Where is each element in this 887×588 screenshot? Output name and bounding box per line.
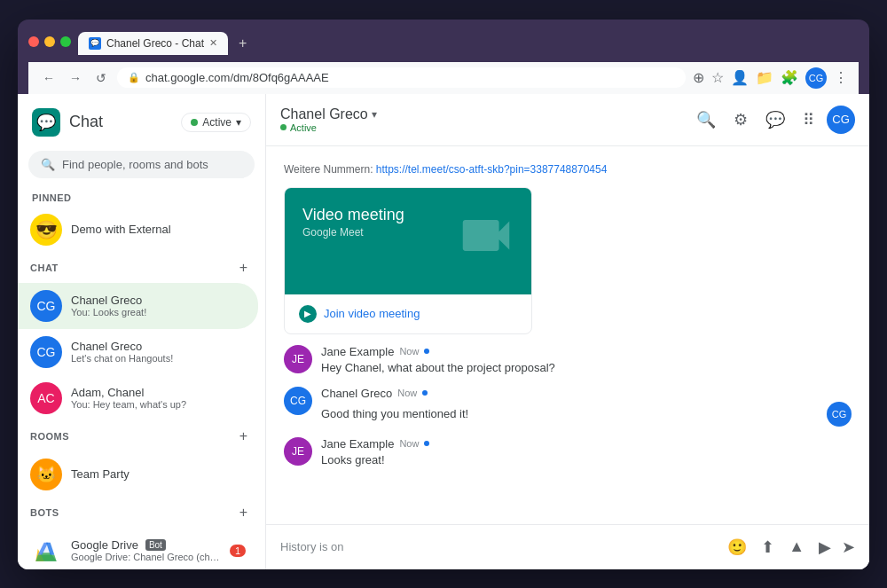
msg-text-2: Looks great! xyxy=(321,452,852,468)
video-card-background: Video meeting Google Meet xyxy=(285,188,531,294)
refresh-button[interactable]: ↺ xyxy=(92,69,110,87)
join-label: Join video meeting xyxy=(324,307,420,320)
extension-icon-2[interactable]: 📁 xyxy=(756,69,773,86)
pinned-section-label: PINNED xyxy=(18,185,265,207)
team-party-avatar: 🐱 xyxy=(30,459,62,490)
chat-logo: 💬 xyxy=(32,108,60,137)
chanel-greco-content-2: Chanel Greco Let's chat on Hangouts! xyxy=(71,340,246,364)
sidebar-item-chanel-greco-2[interactable]: CG Chanel Greco Let's chat on Hangouts! xyxy=(18,329,258,375)
camera-icon xyxy=(455,204,517,278)
minimize-dot[interactable] xyxy=(44,36,55,47)
profile-icon[interactable]: CG xyxy=(805,67,827,89)
messages-area: Weitere Nummern: https://tel.meet/cso-at… xyxy=(266,146,869,524)
msg-sender-2: Jane Example xyxy=(321,437,394,451)
extension-icon-3[interactable]: 🧩 xyxy=(781,69,798,86)
msg-online-dot-2 xyxy=(424,441,429,446)
chat-main: Chanel Greco ▾ Active 🔍 ⚙ 💬 ⠿ CG xyxy=(266,94,869,569)
window-controls xyxy=(28,36,71,47)
new-tab-button[interactable]: + xyxy=(232,32,254,55)
sidebar-item-demo-external[interactable]: 😎 Demo with External xyxy=(18,207,258,253)
add-bot-button[interactable]: + xyxy=(234,503,253,522)
tab-favicon: 💬 xyxy=(89,37,101,50)
msg-time-1: Now xyxy=(397,388,417,398)
adam-chanel-avatar: AC xyxy=(30,382,62,414)
add-room-button[interactable]: + xyxy=(234,427,253,446)
chat-app-title: Chat xyxy=(69,113,103,131)
contact-dropdown[interactable]: ▾ xyxy=(372,108,377,121)
msg-online-dot-1 xyxy=(422,390,428,396)
chanel-msg-avatar: CG xyxy=(284,387,312,415)
extension-icon-1[interactable]: 👤 xyxy=(731,69,749,86)
google-drive-name-row: Google Drive Bot xyxy=(71,538,221,552)
message-input-placeholder[interactable]: History is on xyxy=(280,537,717,557)
user-avatar-header[interactable]: CG xyxy=(827,106,855,134)
sidebar-item-team-party[interactable]: 🐱 Team Party xyxy=(18,451,258,498)
active-status-dropdown[interactable]: Active ▾ xyxy=(181,113,251,132)
team-party-name: Team Party xyxy=(71,467,246,481)
video-card-text: Video meeting Google Meet xyxy=(302,206,404,239)
msg-sender-1: Chanel Greco xyxy=(321,387,392,400)
address-bar[interactable]: 🔒 chat.google.com/dm/8Ofq6gAAAAE xyxy=(117,67,686,88)
contact-info: Chanel Greco ▾ Active xyxy=(280,106,377,133)
join-video-button[interactable]: ▶ Join video meeting xyxy=(285,294,531,333)
back-button[interactable]: ← xyxy=(39,69,59,87)
video-meeting-title: Video meeting xyxy=(302,206,404,224)
close-dot[interactable] xyxy=(28,36,39,47)
chat-bubble-icon[interactable]: 💬 xyxy=(760,105,790,135)
contact-name-row: Chanel Greco ▾ xyxy=(280,106,377,122)
sidebar-item-chanel-greco-1[interactable]: CG Chanel Greco You: Looks great! xyxy=(18,283,258,329)
header-actions: 🔍 ⚙ 💬 ⠿ CG xyxy=(691,105,855,135)
message-row-2: JE Jane Example Now Looks great! xyxy=(284,437,852,468)
video-meeting-subtitle: Google Meet xyxy=(302,226,404,239)
upload-button[interactable]: ⬆ xyxy=(757,534,778,561)
contact-name: Chanel Greco xyxy=(280,106,368,122)
message-row-1: CG Chanel Greco Now Good thing you menti… xyxy=(284,387,852,427)
chanel-greco-content-1: Chanel Greco You: Looks great! xyxy=(71,294,246,318)
bookmark-icon[interactable]: ☆ xyxy=(711,69,724,86)
bot-label: Bot xyxy=(145,539,166,551)
apps-grid-icon[interactable]: ⠿ xyxy=(797,105,820,135)
chat-section-header: CHAT + xyxy=(18,253,265,283)
browser-tab[interactable]: 💬 Chanel Greco - Chat ✕ xyxy=(78,32,228,55)
url-text: chat.google.com/dm/8Ofq6gAAAAE xyxy=(145,71,329,84)
message-meta-1: Chanel Greco Now xyxy=(321,387,852,400)
adam-chanel-content: Adam, Chanel You: Hey team, what's up? xyxy=(71,386,246,410)
chanel-greco-name-1: Chanel Greco xyxy=(71,294,246,307)
meet-link[interactable]: https://tel.meet/cso-atft-skb?pin=338774… xyxy=(376,163,608,176)
message-content-0: Jane Example Now Hey Chanel, what about … xyxy=(321,345,852,376)
search-placeholder: Find people, rooms and bots xyxy=(62,158,208,171)
account-icon[interactable]: ⊕ xyxy=(693,69,704,86)
search-chat-icon[interactable]: 🔍 xyxy=(691,105,721,135)
sidebar: 💬 Chat Active ▾ 🔍 Find people, rooms and… xyxy=(18,94,266,569)
rooms-section-label: ROOMS xyxy=(30,431,234,442)
emoji-button[interactable]: 🙂 xyxy=(724,534,750,561)
mehr-nummmern-row: Weitere Nummern: https://tel.meet/cso-at… xyxy=(284,161,852,176)
tab-close-button[interactable]: ✕ xyxy=(209,37,217,49)
drive-button[interactable]: ▲ xyxy=(785,534,808,560)
msg-time-2: Now xyxy=(399,438,419,449)
maximize-dot[interactable] xyxy=(60,36,71,47)
demo-item-name: Demo with External xyxy=(71,223,246,236)
menu-icon[interactable]: ⋮ xyxy=(834,69,848,86)
sidebar-item-adam-chanel[interactable]: AC Adam, Chanel You: Hey team, what's up… xyxy=(18,375,258,421)
video-button[interactable]: ▶ xyxy=(815,534,835,561)
chanel-greco-preview-1: You: Looks great! xyxy=(71,307,246,318)
settings-icon[interactable]: ⚙ xyxy=(728,105,753,135)
send-button[interactable]: ➤ xyxy=(842,537,855,557)
team-party-content: Team Party xyxy=(71,467,246,481)
chanel-greco-avatar-1: CG xyxy=(30,290,62,322)
video-meeting-card: Video meeting Google Meet ▶ Join video m… xyxy=(284,187,532,334)
status-dot xyxy=(280,124,287,130)
google-drive-content: Google Drive Bot Google Drive: Chanel Gr… xyxy=(71,538,221,562)
chanel-greco-avatar-2: CG xyxy=(30,336,62,368)
active-indicator xyxy=(191,119,198,126)
search-box[interactable]: 🔍 Find people, rooms and bots xyxy=(28,151,255,178)
sidebar-item-google-drive[interactable]: Google Drive Bot Google Drive: Chanel Gr… xyxy=(18,528,258,569)
message-content-2: Jane Example Now Looks great! xyxy=(321,437,852,468)
forward-button[interactable]: → xyxy=(66,69,85,87)
add-chat-button[interactable]: + xyxy=(234,258,253,278)
demo-item-content: Demo with External xyxy=(71,223,246,236)
adam-chanel-name: Adam, Chanel xyxy=(71,386,246,399)
meet-icon: ▶ xyxy=(299,305,317,323)
msg-text-1: Good thing you mentioned it! xyxy=(321,406,468,422)
